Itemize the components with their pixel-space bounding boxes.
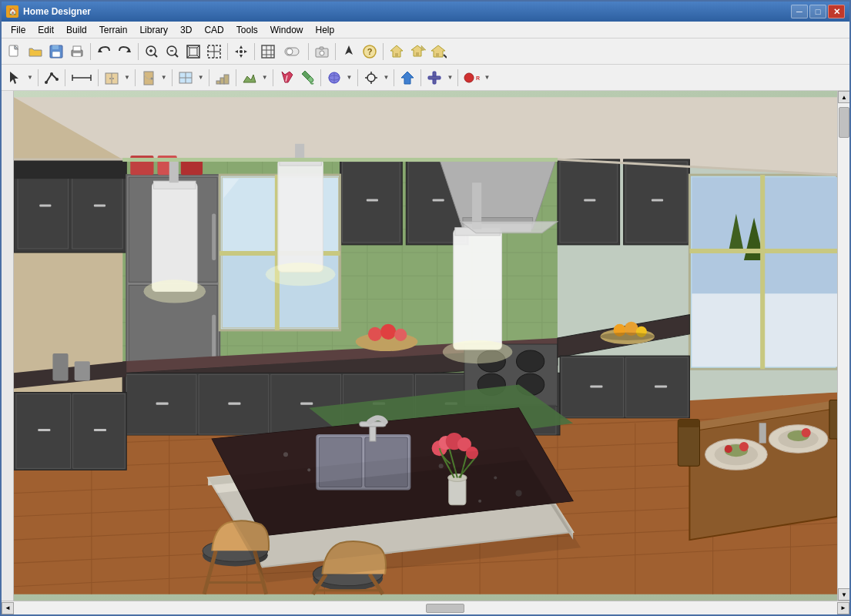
undo-button[interactable] bbox=[94, 42, 114, 62]
door-dropdown[interactable]: ▼ bbox=[159, 68, 169, 88]
svg-rect-180 bbox=[156, 403, 169, 405]
cross-tool[interactable] bbox=[424, 68, 444, 88]
new-button[interactable] bbox=[5, 42, 25, 62]
fill-window-button[interactable] bbox=[183, 42, 203, 62]
svg-marker-70 bbox=[243, 75, 256, 82]
scroll-thumb-vertical[interactable] bbox=[839, 107, 849, 138]
menu-file[interactable]: File bbox=[5, 23, 32, 37]
cabinet-dropdown[interactable]: ▼ bbox=[122, 68, 132, 88]
svg-point-38 bbox=[320, 51, 324, 55]
svg-rect-17 bbox=[189, 48, 197, 55]
transform-dropdown[interactable]: ▼ bbox=[382, 68, 391, 88]
svg-point-261 bbox=[739, 442, 749, 451]
toolbar-sep-2 bbox=[138, 43, 139, 60]
svg-rect-137 bbox=[212, 214, 216, 261]
select-tool[interactable] bbox=[5, 68, 25, 88]
window-tool[interactable] bbox=[176, 68, 196, 88]
maximize-button[interactable]: □ bbox=[809, 5, 826, 18]
material-tool[interactable] bbox=[324, 68, 344, 88]
menu-tools[interactable]: Tools bbox=[230, 23, 264, 37]
svg-rect-138 bbox=[212, 315, 216, 362]
terrain-tool[interactable] bbox=[240, 68, 260, 88]
house-view-button[interactable] bbox=[387, 42, 407, 62]
svg-rect-30 bbox=[262, 45, 274, 58]
zoom-box-button[interactable] bbox=[204, 42, 224, 62]
window-controls: ─ □ ✕ bbox=[791, 5, 845, 18]
arrow-up-tool[interactable] bbox=[397, 68, 417, 88]
pointer-up-button[interactable] bbox=[339, 42, 359, 62]
toggle-button[interactable] bbox=[279, 42, 305, 62]
scroll-right-button[interactable]: ► bbox=[837, 602, 849, 614]
minimize-button[interactable]: ─ bbox=[791, 5, 808, 18]
main-content-area: ▲ ▼ bbox=[2, 91, 849, 601]
svg-rect-211 bbox=[38, 429, 50, 431]
paint-tool[interactable] bbox=[276, 68, 297, 88]
svg-point-245 bbox=[443, 340, 513, 363]
zoom-in-button[interactable] bbox=[142, 42, 162, 62]
redo-button[interactable] bbox=[115, 42, 135, 62]
help-button[interactable]: ? bbox=[360, 42, 380, 62]
house-3d-button[interactable] bbox=[407, 42, 427, 62]
record-button[interactable]: REC bbox=[461, 68, 481, 88]
cross-dropdown[interactable]: ▼ bbox=[445, 68, 454, 88]
svg-rect-196 bbox=[590, 385, 602, 387]
menu-cad[interactable]: CAD bbox=[198, 23, 230, 37]
scroll-up-button[interactable]: ▲ bbox=[838, 91, 849, 103]
scroll-down-button[interactable]: ▼ bbox=[838, 588, 849, 601]
menu-help[interactable]: Help bbox=[309, 23, 340, 37]
material-dropdown[interactable]: ▼ bbox=[345, 68, 354, 88]
record-dropdown[interactable]: ▼ bbox=[482, 68, 491, 88]
scroll-thumb-horizontal[interactable] bbox=[426, 604, 464, 613]
svg-rect-68 bbox=[220, 78, 224, 84]
menu-build[interactable]: Build bbox=[60, 23, 93, 37]
svg-point-204 bbox=[368, 327, 382, 341]
fill-tool[interactable] bbox=[297, 68, 317, 88]
toolbar2-sep-8 bbox=[273, 69, 273, 86]
scroll-left-button[interactable]: ◄ bbox=[2, 602, 14, 614]
canvas-area[interactable] bbox=[14, 91, 837, 601]
menu-edit[interactable]: Edit bbox=[32, 23, 60, 37]
save-button[interactable] bbox=[46, 42, 66, 62]
svg-rect-197 bbox=[655, 385, 667, 387]
window-dropdown[interactable]: ▼ bbox=[196, 68, 206, 88]
scroll-track-vertical[interactable] bbox=[838, 103, 849, 588]
menu-3d[interactable]: 3D bbox=[174, 23, 198, 37]
svg-rect-67 bbox=[216, 81, 220, 84]
toolbar-sep-1 bbox=[90, 43, 91, 60]
toolbar2-sep-7 bbox=[236, 69, 236, 86]
svg-rect-182 bbox=[300, 403, 313, 405]
svg-rect-282 bbox=[52, 353, 68, 380]
door-tool[interactable] bbox=[139, 68, 159, 88]
toolbar-sep-6 bbox=[335, 43, 336, 60]
dimension-tool[interactable] bbox=[69, 68, 95, 88]
ref-grid-button[interactable] bbox=[258, 42, 278, 62]
zoom-out-button[interactable] bbox=[162, 42, 183, 62]
menu-window[interactable]: Window bbox=[264, 23, 310, 37]
svg-point-219 bbox=[283, 452, 288, 457]
cabinet-tool[interactable] bbox=[102, 68, 122, 88]
pan-button[interactable] bbox=[231, 42, 251, 62]
svg-rect-242 bbox=[454, 229, 502, 350]
svg-point-266 bbox=[802, 428, 811, 437]
toolbar2-sep-2 bbox=[65, 69, 65, 86]
select-dropdown[interactable]: ▼ bbox=[25, 68, 35, 88]
close-button[interactable]: ✕ bbox=[828, 5, 845, 18]
menu-terrain[interactable]: Terrain bbox=[93, 23, 134, 37]
svg-marker-40 bbox=[345, 45, 353, 55]
house-select-button[interactable] bbox=[428, 42, 448, 62]
camera-button[interactable] bbox=[312, 42, 332, 62]
kitchen-3d-scene bbox=[14, 91, 837, 601]
vertical-scrollbar: ▲ ▼ bbox=[837, 91, 849, 601]
open-button[interactable] bbox=[25, 42, 45, 62]
menu-library[interactable]: Library bbox=[133, 23, 174, 37]
toolbar2-sep-11 bbox=[394, 69, 394, 86]
scroll-track-horizontal[interactable] bbox=[15, 603, 836, 614]
terrain-dropdown[interactable]: ▼ bbox=[260, 68, 270, 88]
main-window: 🏠 Home Designer ─ □ ✕ File Edit Build Te… bbox=[0, 0, 851, 616]
svg-rect-288 bbox=[122, 158, 558, 162]
svg-marker-80 bbox=[401, 72, 414, 84]
transform-tool[interactable] bbox=[361, 68, 381, 88]
polyline-tool[interactable] bbox=[42, 68, 62, 88]
stairs-tool[interactable] bbox=[213, 68, 233, 88]
print-button[interactable] bbox=[67, 42, 87, 62]
